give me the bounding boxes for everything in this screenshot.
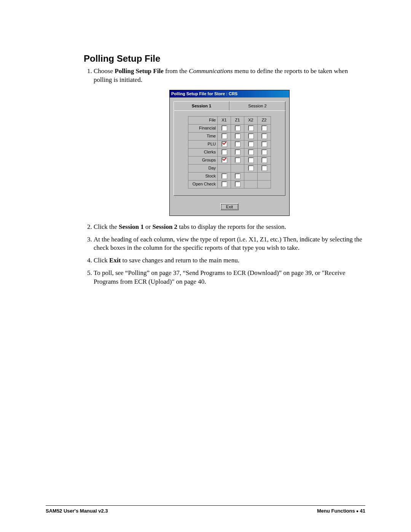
tab-session-1[interactable]: Session 1 xyxy=(174,101,229,110)
table-row: Day xyxy=(188,164,271,172)
dialog-titlebar: Polling Setup File for Store : CRS xyxy=(170,90,289,97)
row-label: Financial xyxy=(188,124,218,132)
section-heading: Polling Setup File xyxy=(84,53,365,64)
col-header-file: File xyxy=(188,116,218,124)
text: Click the xyxy=(94,223,119,230)
grid-cell xyxy=(244,180,258,188)
row-label: Clerks xyxy=(188,148,218,156)
checkbox[interactable] xyxy=(261,141,267,147)
grid-cell xyxy=(218,124,231,132)
grid-cell xyxy=(258,164,271,172)
grid-cell xyxy=(231,172,244,180)
col-header-x2: X2 xyxy=(244,116,258,124)
checkbox[interactable] xyxy=(221,125,227,131)
report-grid: File X1 Z1 X2 Z2 FinancialTimePLUClerksG… xyxy=(188,116,271,189)
footer-right: Menu Functions • 41 xyxy=(317,508,365,514)
col-header-z2: Z2 xyxy=(258,116,271,124)
text: from the xyxy=(164,67,189,75)
table-row: Stock xyxy=(188,172,271,180)
checkbox[interactable] xyxy=(221,141,227,147)
checkbox[interactable] xyxy=(235,173,241,179)
checkbox[interactable] xyxy=(261,157,267,163)
checkbox[interactable] xyxy=(235,141,241,147)
grid-cell xyxy=(258,124,271,132)
checkbox[interactable] xyxy=(261,125,267,131)
exit-button[interactable]: Exit xyxy=(220,203,239,210)
grid-cell xyxy=(258,156,271,164)
grid-cell xyxy=(218,156,231,164)
grid-cell xyxy=(244,172,258,180)
checkbox[interactable] xyxy=(248,149,254,155)
checkbox[interactable] xyxy=(221,157,227,163)
checkbox[interactable] xyxy=(248,165,254,171)
footer-page-number: 41 xyxy=(358,508,365,514)
row-label: Day xyxy=(188,164,218,172)
grid-cell xyxy=(244,164,258,172)
tab-strip: Session 1 Session 2 xyxy=(174,101,285,110)
step-3: At the heading of each column, view the … xyxy=(94,235,365,253)
col-header-x1: X1 xyxy=(218,116,231,124)
text-bold: Polling Setup File xyxy=(115,67,163,75)
text: Choose xyxy=(94,67,115,75)
text-italic: Communications xyxy=(189,67,233,75)
grid-cell xyxy=(258,140,271,148)
grid-cell xyxy=(231,148,244,156)
step-5: To poll, see “Polling” on page 37, “Send… xyxy=(94,269,365,286)
grid-cell xyxy=(244,124,258,132)
grid-cell xyxy=(218,148,231,156)
text-bold: Session 2 xyxy=(152,223,177,230)
grid-cell xyxy=(231,132,244,140)
grid-cell xyxy=(258,148,271,156)
checkbox[interactable] xyxy=(221,133,227,139)
grid-cell xyxy=(231,164,244,172)
text-bold: Exit xyxy=(109,257,121,264)
checkbox[interactable] xyxy=(261,149,267,155)
checkbox[interactable] xyxy=(248,133,254,139)
grid-cell xyxy=(231,156,244,164)
grid-cell xyxy=(218,132,231,140)
grid-cell xyxy=(244,140,258,148)
checkbox[interactable] xyxy=(235,157,241,163)
checkbox[interactable] xyxy=(261,165,267,171)
instruction-list: Choose Polling Setup File from the Commu… xyxy=(84,67,365,286)
text: tabs to display the reports for the sess… xyxy=(177,223,286,230)
col-header-z1: Z1 xyxy=(231,116,244,124)
grid-cell xyxy=(231,180,244,188)
text: or xyxy=(144,223,153,230)
footer-section: Menu Functions xyxy=(317,508,356,514)
grid-cell xyxy=(244,148,258,156)
grid-cell xyxy=(258,132,271,140)
checkbox[interactable] xyxy=(261,133,267,139)
checkbox[interactable] xyxy=(221,173,227,179)
table-row: Groups xyxy=(188,156,271,164)
table-row: Open Check xyxy=(188,180,271,188)
checkbox[interactable] xyxy=(248,125,254,131)
checkbox[interactable] xyxy=(235,133,241,139)
table-row: PLU xyxy=(188,140,271,148)
checkbox[interactable] xyxy=(221,149,227,155)
text: Click xyxy=(94,257,109,264)
tab-session-2[interactable]: Session 2 xyxy=(229,101,285,110)
table-row: Clerks xyxy=(188,148,271,156)
grid-cell xyxy=(218,172,231,180)
table-row: Time xyxy=(188,132,271,140)
grid-cell xyxy=(231,124,244,132)
dialog-screenshot: Polling Setup File for Store : CRS Sessi… xyxy=(169,90,290,216)
grid-cell xyxy=(218,164,231,172)
checkbox[interactable] xyxy=(235,125,241,131)
grid-cell xyxy=(218,180,231,188)
row-label: Open Check xyxy=(188,180,218,188)
tab-panel: File X1 Z1 X2 Z2 FinancialTimePLUClerksG… xyxy=(174,110,285,196)
step-4: Click Exit to save changes and return to… xyxy=(94,256,365,265)
row-label: PLU xyxy=(188,140,218,148)
checkbox[interactable] xyxy=(248,157,254,163)
checkbox[interactable] xyxy=(248,141,254,147)
checkbox[interactable] xyxy=(235,181,241,187)
checkbox[interactable] xyxy=(221,181,227,187)
checkbox[interactable] xyxy=(235,149,241,155)
grid-cell xyxy=(244,156,258,164)
grid-cell xyxy=(244,132,258,140)
grid-cell xyxy=(218,140,231,148)
footer-left: SAM52 User's Manual v2.3 xyxy=(46,508,108,514)
page-footer: SAM52 User's Manual v2.3 Menu Functions … xyxy=(46,505,365,514)
